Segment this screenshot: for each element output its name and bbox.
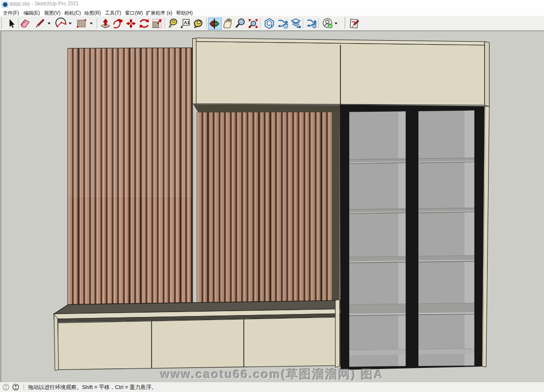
svg-text:A1: A1 (184, 20, 190, 25)
